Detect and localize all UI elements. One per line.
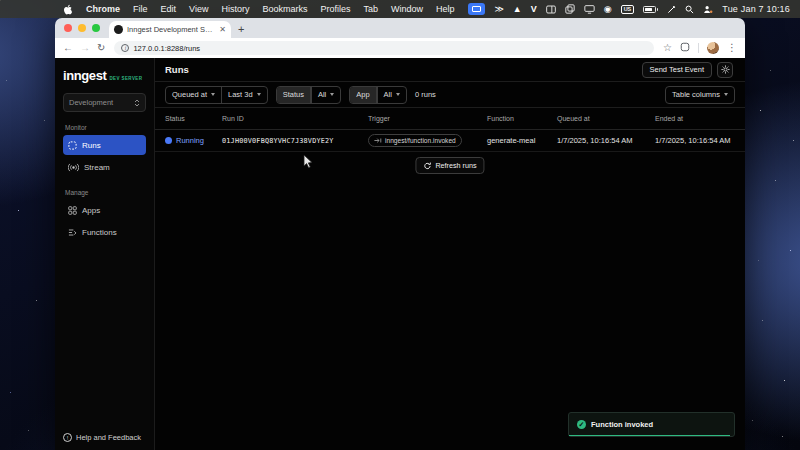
close-tab-icon[interactable]: ✕: [219, 26, 226, 34]
menubar-item-help[interactable]: Help: [436, 4, 455, 14]
app-filter-value[interactable]: All: [377, 87, 406, 103]
back-icon[interactable]: ←: [63, 43, 73, 53]
automator-icon[interactable]: ▲: [513, 3, 522, 15]
settings-button[interactable]: [717, 62, 733, 78]
app-filter[interactable]: App All: [349, 86, 407, 104]
time-field-select[interactable]: Queued at: [166, 87, 221, 103]
sidebar: inngest DEV SERVER Development Monitor R…: [55, 58, 155, 450]
success-check-icon: ✓: [577, 420, 586, 429]
toast-message: Function invoked: [591, 420, 653, 429]
send-test-event-button[interactable]: Send Test Event: [642, 62, 712, 78]
bookmark-star-icon[interactable]: ☆: [663, 43, 672, 53]
help-label: Help and Feedback: [76, 433, 141, 442]
site-info-icon[interactable]: i: [121, 44, 129, 52]
close-window-button[interactable]: [64, 24, 72, 32]
sidebar-item-stream[interactable]: Stream: [63, 157, 146, 177]
column-header-status: Status: [165, 115, 222, 122]
column-header-queued-at: Queued at: [557, 115, 655, 122]
battery-icon[interactable]: [643, 6, 658, 13]
sidebar-item-runs[interactable]: Runs: [63, 135, 146, 155]
browser-tab[interactable]: Inngest Development Server ✕: [109, 21, 231, 38]
trigger-name: inngest/function.invoked: [385, 137, 456, 144]
menubar-item-view[interactable]: View: [189, 4, 208, 14]
screen-recording-badge-icon[interactable]: [468, 3, 485, 15]
menubar-item-history[interactable]: History: [221, 4, 249, 14]
chevron-down-icon: [330, 93, 334, 96]
address-bar[interactable]: i 127.0.0.1:8288/runs: [114, 41, 654, 55]
menubar-clock[interactable]: Tue Jan 7 10:16: [722, 4, 790, 14]
refresh-runs-button[interactable]: Refresh runs: [415, 157, 484, 174]
queued-at-value: 1/7/2025, 10:16:54 AM: [557, 136, 655, 145]
run-id: 01JH00V0FBQ8YVHC7J38VDYE2Y: [222, 137, 368, 145]
tab-strip: Inngest Development Server ✕ +: [55, 18, 745, 38]
menubar-item-window[interactable]: Window: [391, 4, 423, 14]
column-header-ended-at: Ended at: [655, 115, 745, 122]
sidebar-item-label: Stream: [84, 163, 110, 172]
v-app-icon[interactable]: V: [531, 3, 537, 15]
column-header-function: Function: [487, 115, 557, 122]
running-status-icon: [165, 137, 172, 144]
main-panel: Runs Send Test Event Queued at Last 3d S…: [155, 58, 745, 450]
help-and-feedback[interactable]: ! Help and Feedback: [63, 433, 141, 442]
ended-at-value: 1/7/2025, 10:16:54 AM: [655, 136, 745, 145]
table-header: Status Run ID Trigger Function Queued at…: [155, 108, 745, 130]
sidebar-item-functions[interactable]: Functions: [63, 222, 146, 242]
record-circle-icon[interactable]: ◉: [604, 3, 612, 15]
toast-notification: ✓ Function invoked: [568, 412, 735, 437]
table-row[interactable]: Running 01JH00V0FBQ8YVHC7J38VDYE2Y innge…: [155, 130, 745, 152]
forward-icon[interactable]: →: [80, 43, 90, 53]
inngest-favicon: [114, 25, 123, 34]
extensions-icon[interactable]: [680, 42, 690, 54]
gear-icon: [721, 65, 730, 74]
column-header-trigger: Trigger: [368, 115, 487, 122]
reload-icon[interactable]: ↻: [97, 43, 105, 53]
screenshot-tool-icon[interactable]: [667, 3, 676, 15]
menubar-item-profiles[interactable]: Profiles: [320, 4, 350, 14]
status-filter-label: Status: [277, 87, 311, 103]
function-name: generate-meal: [487, 136, 557, 145]
sidebar-item-apps[interactable]: Apps: [63, 200, 146, 220]
menubar-item-bookmarks[interactable]: Bookmarks: [262, 4, 307, 14]
time-filter[interactable]: Queued at Last 3d: [165, 86, 268, 104]
table-columns-button[interactable]: Table columns: [665, 86, 735, 104]
sidebar-item-label: Functions: [82, 228, 117, 237]
time-range-select[interactable]: Last 3d: [221, 87, 267, 103]
event-trigger-icon: [374, 137, 382, 144]
chrome-menu-icon[interactable]: ⋮: [727, 43, 737, 53]
menubar-item-tab[interactable]: Tab: [363, 4, 378, 14]
refresh-icon: [423, 162, 431, 170]
display-icon[interactable]: [584, 3, 595, 15]
copy-stack-icon[interactable]: [565, 3, 575, 15]
input-source-badge[interactable]: US: [621, 5, 635, 14]
trigger-badge: inngest/function.invoked: [368, 134, 462, 147]
user-switch-icon[interactable]: [703, 3, 713, 15]
status-filter[interactable]: Status All: [276, 86, 342, 104]
status-filter-value[interactable]: All: [311, 87, 340, 103]
url-text: 127.0.0.1:8288/runs: [133, 44, 200, 53]
new-tab-button[interactable]: +: [238, 24, 244, 35]
toolbar-divider: [698, 43, 699, 53]
run-status: Running: [176, 136, 204, 145]
browser-window: Inngest Development Server ✕ + ← → ↻ i 1…: [55, 18, 745, 450]
zoom-window-button[interactable]: [92, 24, 100, 32]
updown-chevron-icon: [134, 99, 140, 107]
chevron-down-icon: [724, 93, 728, 96]
search-icon[interactable]: [685, 3, 694, 15]
menubar-item-file[interactable]: File: [133, 4, 148, 14]
dev-server-badge: DEV SERVER: [109, 76, 142, 81]
menubar-item-chrome[interactable]: Chrome: [86, 4, 120, 14]
page-title: Runs: [165, 64, 189, 75]
minimize-window-button[interactable]: [78, 24, 86, 32]
double-chevron-icon[interactable]: ≫: [494, 3, 503, 15]
macos-menubar: Chrome File Edit View History Bookmarks …: [0, 0, 800, 18]
column-header-run-id: Run ID: [222, 115, 368, 122]
menubar-item-edit[interactable]: Edit: [161, 4, 177, 14]
environment-selector[interactable]: Development: [63, 93, 146, 112]
window-layout-icon[interactable]: [546, 3, 556, 15]
profile-avatar[interactable]: [707, 42, 719, 54]
apple-menu-icon[interactable]: [64, 4, 73, 15]
chevron-down-icon: [396, 93, 400, 96]
tab-title: Inngest Development Server: [127, 25, 215, 34]
chevron-down-icon: [211, 93, 215, 96]
monitor-section-label: Monitor: [65, 124, 146, 131]
